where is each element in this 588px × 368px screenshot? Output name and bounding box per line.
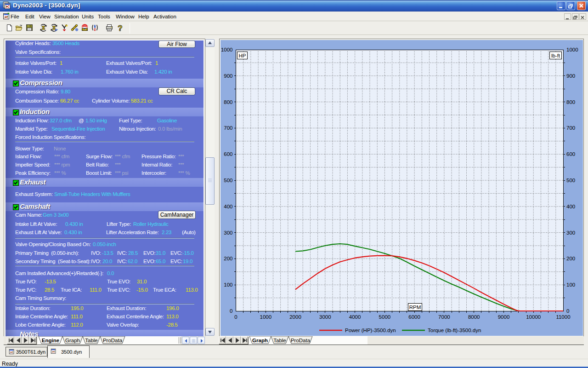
svg-text:HP: HP (239, 53, 246, 58)
svg-text:7000: 7000 (438, 314, 450, 320)
svg-text:10000: 10000 (526, 314, 541, 320)
svg-text:0: 0 (566, 308, 569, 314)
svg-text:Graph: Graph (252, 338, 268, 343)
svg-text:P: P (55, 28, 58, 32)
svg-text:300: 300 (224, 230, 232, 236)
svg-text:800: 800 (566, 99, 575, 105)
svg-text:Table: Table (273, 338, 286, 343)
svg-text:ProData: ProData (103, 338, 123, 343)
svg-text:2000: 2000 (289, 314, 301, 320)
svg-text:300: 300 (566, 230, 575, 236)
svg-text:600: 600 (224, 151, 232, 157)
svg-text:900: 900 (566, 73, 575, 79)
svg-text:0: 0 (230, 308, 232, 314)
svg-text:5000: 5000 (379, 314, 391, 320)
svg-text:700: 700 (224, 125, 232, 131)
svg-text:100: 100 (224, 282, 232, 288)
svg-text:RPM: RPM (409, 305, 421, 310)
svg-text:1000: 1000 (221, 47, 233, 52)
svg-text:500: 500 (566, 178, 575, 183)
svg-text:600: 600 (566, 151, 575, 157)
svg-text:4000: 4000 (349, 314, 361, 320)
svg-text:700: 700 (566, 125, 575, 131)
svg-text:Power (HP)-3500.dyn: Power (HP)-3500.dyn (345, 328, 396, 333)
svg-text:200: 200 (566, 256, 575, 261)
svg-text:1000: 1000 (566, 47, 578, 52)
svg-text:?: ? (118, 24, 122, 32)
svg-text:900: 900 (224, 73, 232, 79)
svg-text:ProData: ProData (291, 338, 311, 343)
svg-text:Graph: Graph (65, 338, 80, 343)
svg-text:1000: 1000 (260, 314, 272, 320)
svg-text:lb-ft: lb-ft (551, 53, 560, 58)
svg-text:0: 0 (234, 314, 237, 320)
svg-text:11000: 11000 (556, 314, 570, 320)
svg-text:800: 800 (224, 99, 232, 105)
svg-text:3000: 3000 (319, 314, 331, 320)
svg-text:9000: 9000 (498, 314, 510, 320)
svg-text:400: 400 (566, 204, 575, 209)
svg-text:6000: 6000 (408, 314, 420, 320)
svg-text:Table: Table (85, 338, 98, 343)
svg-text:Torque (lb-ft)-3500.dyn: Torque (lb-ft)-3500.dyn (428, 328, 481, 333)
svg-text:Engine: Engine (42, 338, 59, 343)
svg-text:200: 200 (224, 256, 232, 261)
svg-text:400: 400 (224, 204, 232, 209)
svg-text:500: 500 (224, 178, 232, 183)
svg-text:100: 100 (566, 282, 575, 288)
svg-text:8000: 8000 (468, 314, 480, 320)
